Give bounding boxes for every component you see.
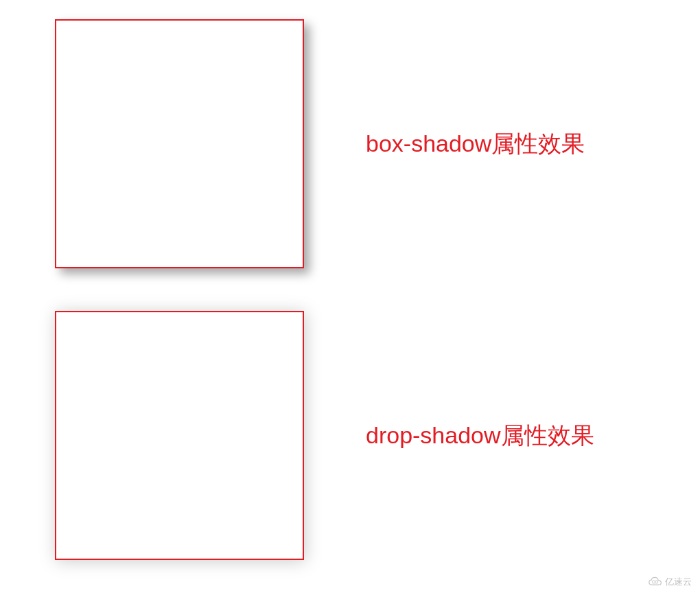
svg-point-0 — [652, 581, 655, 583]
box-shadow-demo-square — [55, 19, 304, 268]
cloud-icon — [649, 576, 662, 587]
drop-shadow-label: drop-shadow属性效果 — [366, 420, 594, 452]
drop-shadow-demo-square — [55, 311, 304, 560]
watermark-text: 亿速云 — [665, 576, 692, 588]
example-row-box-shadow: box-shadow属性效果 — [55, 19, 700, 268]
svg-point-1 — [655, 581, 658, 583]
box-shadow-label: box-shadow属性效果 — [366, 128, 585, 160]
watermark: 亿速云 — [649, 576, 692, 588]
content-container: box-shadow属性效果 drop-shadow属性效果 — [0, 0, 700, 560]
example-row-drop-shadow: drop-shadow属性效果 — [55, 311, 700, 560]
